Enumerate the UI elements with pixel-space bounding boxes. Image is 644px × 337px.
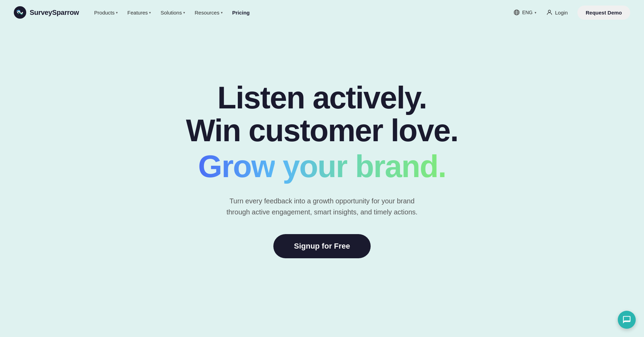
tagline-grow: Grow bbox=[198, 149, 275, 184]
signup-label: Signup for Free bbox=[294, 242, 350, 250]
globe-icon bbox=[513, 9, 520, 16]
navbar-left: SurveySparrow Products ▾ Features ▾ Solu… bbox=[14, 6, 254, 19]
user-icon bbox=[546, 9, 553, 16]
chevron-down-icon: ▾ bbox=[221, 11, 223, 15]
logo-icon bbox=[14, 6, 26, 19]
navbar-right: ENG ▾ Login Request Demo bbox=[513, 6, 630, 20]
hero-line2: Win customer love. bbox=[186, 114, 458, 147]
nav-item-products[interactable]: Products ▾ bbox=[90, 7, 122, 18]
chevron-down-icon: ▾ bbox=[116, 11, 118, 15]
login-label: Login bbox=[555, 10, 568, 16]
chat-widget[interactable] bbox=[618, 311, 636, 329]
hero-description: Turn every feedback into a growth opport… bbox=[218, 195, 426, 218]
language-label: ENG bbox=[522, 10, 533, 15]
request-demo-label: Request Demo bbox=[586, 10, 622, 16]
nav-label-resources: Resources bbox=[195, 10, 219, 16]
tagline-period: . bbox=[438, 149, 446, 184]
svg-point-6 bbox=[548, 10, 551, 12]
hero-headline: Listen actively. Win customer love. bbox=[186, 81, 458, 147]
chevron-down-icon: ▾ bbox=[535, 11, 536, 15]
login-button[interactable]: Login bbox=[542, 6, 572, 19]
nav-links: Products ▾ Features ▾ Solutions ▾ Resour… bbox=[90, 7, 254, 18]
request-demo-button[interactable]: Request Demo bbox=[577, 6, 630, 20]
nav-item-resources[interactable]: Resources ▾ bbox=[191, 7, 227, 18]
tagline-your: your bbox=[283, 149, 347, 184]
language-selector[interactable]: ENG ▾ bbox=[513, 9, 536, 16]
signup-button[interactable]: Signup for Free bbox=[273, 234, 371, 258]
hero-section: Listen actively. Win customer love. Grow… bbox=[0, 25, 644, 322]
hero-tagline: Grow your brand. bbox=[198, 150, 446, 183]
nav-label-products: Products bbox=[94, 10, 115, 16]
nav-label-features: Features bbox=[127, 10, 148, 16]
logo[interactable]: SurveySparrow bbox=[14, 6, 79, 19]
chevron-down-icon: ▾ bbox=[183, 11, 185, 15]
nav-label-pricing: Pricing bbox=[232, 10, 250, 16]
nav-label-solutions: Solutions bbox=[160, 10, 182, 16]
nav-item-solutions[interactable]: Solutions ▾ bbox=[156, 7, 189, 18]
nav-item-features[interactable]: Features ▾ bbox=[123, 7, 155, 18]
brand-name: SurveySparrow bbox=[30, 9, 79, 17]
chevron-down-icon: ▾ bbox=[149, 11, 151, 15]
hero-line1: Listen actively. bbox=[186, 81, 458, 114]
tagline-brand: brand bbox=[355, 149, 438, 184]
navbar: SurveySparrow Products ▾ Features ▾ Solu… bbox=[0, 0, 644, 25]
nav-item-pricing[interactable]: Pricing bbox=[228, 7, 254, 18]
chat-icon bbox=[622, 315, 631, 324]
